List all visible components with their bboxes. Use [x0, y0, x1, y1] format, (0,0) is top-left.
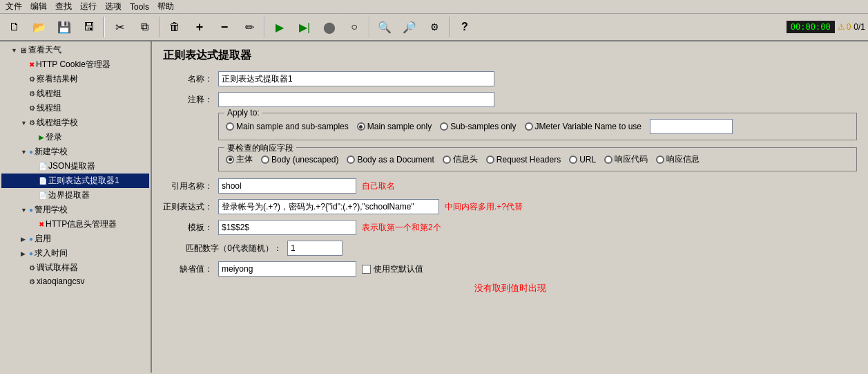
menu-file[interactable]: 文件 [1, 0, 26, 14]
radio-body[interactable]: 主体 [226, 153, 253, 165]
copy-button[interactable]: ⧉ [133, 15, 156, 39]
radio-sub-only[interactable]: Sub-samples only [440, 122, 516, 131]
sidebar-item-login[interactable]: ▶ 登录 [1, 130, 149, 144]
sidebar-item-xiaoqiangcsv[interactable]: ⚙ xiaoqiangcsv [1, 275, 149, 288]
boundary-extractor-icon: 📄 [39, 191, 47, 199]
ref-name-input[interactable] [218, 178, 356, 194]
menu-run[interactable]: 运行 [76, 0, 101, 14]
search1-button[interactable]: 🔍 [373, 15, 396, 39]
radio-body-unescaped[interactable]: Body (unescaped) [261, 155, 338, 165]
sidebar-item-thread-group-school[interactable]: ▼ ⚙ 线程组学校 [1, 115, 149, 130]
radio-url[interactable]: URL [569, 155, 596, 165]
save-button[interactable]: 💾 [52, 15, 76, 39]
toggle-thread-school[interactable]: ▼ [21, 120, 28, 127]
sidebar-item-weather[interactable]: ▼ 🖥 查看天气 [1, 43, 149, 57]
sidebar-label-login: 登录 [46, 131, 62, 143]
template-annotation: 表示取第一个和第2个 [362, 222, 441, 234]
apply-to-title: Apply to: [224, 108, 262, 118]
radio-main-only-label: Main sample only [367, 122, 432, 131]
radio-request-headers-circle [486, 156, 494, 164]
template-row: 模板： 表示取第一个和第2个 [163, 220, 857, 235]
radio-info-head[interactable]: 信息头 [443, 153, 478, 165]
police-school-icon: ● [29, 206, 33, 214]
sidebar-label-startup: 启用 [35, 233, 51, 245]
sidebar-item-startup[interactable]: ▶ ● 启用 [1, 232, 149, 246]
radio-jmeter-var-label: JMeter Variable Name to use [535, 122, 642, 131]
remove-button[interactable]: − [213, 15, 236, 39]
match-no-input[interactable] [287, 241, 343, 256]
stop-button[interactable]: ⬤ [318, 15, 341, 39]
response-field-group: 要检查的响应字段 主体 Body (unescaped) Body as a D… [218, 147, 857, 171]
default-input[interactable] [218, 261, 356, 277]
xiaoqiangcsv-icon: ⚙ [29, 278, 35, 286]
debug-sampler-icon: ⚙ [29, 264, 35, 272]
sidebar-label-xiaoqiangcsv: xiaoqiangcsv [37, 277, 84, 286]
toggle-police-school[interactable]: ▼ [21, 207, 28, 214]
run-stop-button[interactable]: ▶| [293, 15, 316, 39]
warn-count: 0 [847, 22, 851, 32]
toggle-new-school[interactable]: ▼ [21, 149, 28, 156]
settings-button[interactable]: ⚙ [423, 15, 446, 39]
sidebar-item-thread-group2[interactable]: ⚙ 线程组 [1, 101, 149, 115]
sidebar-item-debug-sampler[interactable]: ⚙ 调试取样器 [1, 261, 149, 275]
radio-body-document[interactable]: Body as a Document [347, 155, 434, 165]
save-as-button[interactable]: 🖫 [77, 15, 101, 39]
radio-request-headers[interactable]: Request Headers [486, 155, 561, 165]
radio-info-head-label: 信息头 [453, 153, 478, 165]
sidebar-item-police-school[interactable]: ▼ ● 警用学校 [1, 203, 149, 217]
sidebar-item-json-extractor[interactable]: 📄 JSON提取器 [1, 159, 149, 174]
warn-badge: ⚠ 0 [838, 22, 851, 32]
run-button[interactable]: ▶ [268, 15, 291, 39]
radio-body-document-label: Body as a Document [357, 155, 434, 165]
content-panel: 正则表达式提取器 名称： 注释： Apply to: Main sample a… [152, 41, 868, 373]
comment-label: 注释： [163, 94, 218, 106]
thread-group2-icon: ⚙ [29, 104, 35, 112]
toggle-startup[interactable]: ▶ [21, 236, 28, 243]
visit-time-icon: ● [29, 250, 33, 257]
edit-button[interactable]: ✏ [238, 15, 261, 39]
sidebar-item-visit-time[interactable]: ▶ ● 求入时间 [1, 246, 149, 261]
search2-button[interactable]: 🔎 [398, 15, 421, 39]
sidebar-item-http-cookie[interactable]: ✖ HTTP Cookie管理器 [1, 57, 149, 72]
result-tree-icon: ⚙ [29, 75, 35, 83]
comment-input[interactable] [218, 92, 494, 107]
menu-options[interactable]: 选项 [101, 0, 126, 14]
sidebar-item-regex-extractor[interactable]: 📄 正则表达式提取器1 [1, 174, 149, 188]
clear-button[interactable]: ○ [343, 15, 366, 39]
jmeter-var-input[interactable] [650, 119, 733, 134]
menu-tools[interactable]: Tools [126, 1, 153, 13]
radio-main-only[interactable]: Main sample only [357, 122, 432, 131]
radio-response-code[interactable]: 响应代码 [604, 153, 648, 165]
ref-name-row: 引用名称： 自己取名 [163, 178, 857, 194]
menu-find[interactable]: 查找 [51, 0, 76, 14]
sidebar-item-result-tree[interactable]: ⚙ 察看结果树 [1, 72, 149, 86]
sidebar-label-thread-group: 线程组 [37, 88, 61, 100]
radio-main-sub[interactable]: Main sample and sub-samples [226, 122, 349, 131]
new-button[interactable]: 🗋 [3, 15, 26, 39]
menu-edit[interactable]: 编辑 [26, 0, 51, 14]
template-input[interactable] [218, 220, 356, 235]
login-icon: ▶ [39, 133, 44, 141]
use-empty-checkbox[interactable] [362, 265, 371, 274]
name-input[interactable] [218, 71, 494, 86]
sidebar-item-boundary-extractor[interactable]: 📄 边界提取器 [1, 188, 149, 203]
regex-row: 正则表达式： 中间内容多用.+?代替 [163, 199, 857, 214]
help-button[interactable]: ? [453, 15, 476, 39]
add-button[interactable]: + [188, 15, 211, 39]
sidebar-item-thread-group[interactable]: ⚙ 线程组 [1, 86, 149, 101]
sidebar-item-http-header-mgr[interactable]: ✖ HTTP信息头管理器 [1, 217, 149, 232]
toggle-weather[interactable]: ▼ [11, 47, 18, 54]
delete-button[interactable]: 🗑 [163, 15, 186, 39]
use-empty-checkbox-label[interactable]: 使用空默认值 [362, 263, 423, 275]
regex-annotation: 中间内容多用.+?代替 [445, 201, 523, 213]
sidebar-item-new-school[interactable]: ▼ ● 新建学校 [1, 144, 149, 159]
toggle-visit-time[interactable]: ▶ [21, 250, 28, 257]
radio-jmeter-var[interactable]: JMeter Variable Name to use [525, 122, 642, 131]
cut-button[interactable]: ✂ [108, 15, 131, 39]
radio-response-msg[interactable]: 响应信息 [656, 153, 700, 165]
menu-help[interactable]: 帮助 [153, 0, 178, 14]
radio-url-circle [569, 156, 577, 164]
open-button[interactable]: 📂 [28, 15, 51, 39]
regex-input[interactable] [218, 199, 439, 214]
radio-body-label: 主体 [236, 153, 253, 165]
